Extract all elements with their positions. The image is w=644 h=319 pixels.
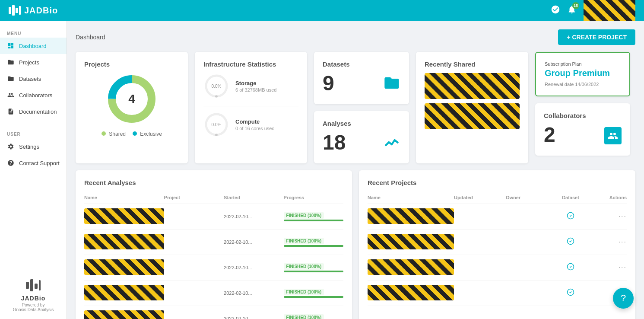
sidebar-item-settings[interactable]: Settings: [0, 138, 67, 155]
documentation-icon: [7, 108, 15, 115]
table-row: ···: [368, 204, 627, 230]
storage-item: 0.0% Storage 6 of 32768MB used: [203, 73, 298, 99]
storage-pct: 0.0%: [212, 84, 222, 89]
proj-col-updated: Updated: [454, 195, 506, 200]
datasets-count: 9: [323, 73, 334, 94]
user-section-label: USER: [0, 128, 67, 138]
recently-shared-title: Recently Shared: [425, 61, 520, 68]
settings-icon: [7, 143, 15, 150]
sidebar-item-contact-support[interactable]: Contact Support: [0, 155, 67, 171]
sidebar-label-datasets: Datasets: [19, 76, 41, 82]
donut-container: 4 Shared Exclusive: [84, 73, 179, 137]
logo: JADBio: [9, 5, 58, 16]
sidebar-item-dashboard[interactable]: Dashboard: [0, 38, 67, 54]
project-actions-menu[interactable]: ···: [592, 264, 627, 271]
analyses-card: Analyses 18: [314, 111, 409, 163]
logo-text: JADBio: [24, 6, 58, 16]
notifications-btn[interactable]: 15: [567, 5, 577, 16]
compute-circle: 0.0%: [203, 112, 229, 137]
project-name-hazard: [368, 234, 454, 249]
sidebar-label-dashboard: Dashboard: [19, 43, 47, 49]
proj-col-actions: Actions: [592, 195, 627, 200]
table-row: 2022-02-10... FINISHED (100%): [84, 204, 343, 230]
topnav-right: 15: [551, 0, 635, 21]
datasets-card-title: Datasets: [323, 61, 400, 68]
sidebar-label-contact-support: Contact Support: [19, 160, 60, 166]
renewal-date: Renewal date 14/06/2022: [545, 82, 621, 87]
project-dataset-check: [549, 288, 592, 298]
project-name-hazard: [368, 208, 454, 224]
analyses-card-title: Analyses: [323, 120, 400, 127]
project-name-hazard: [368, 285, 454, 300]
table-row: ···: [368, 281, 627, 306]
analysis-started: 2022-02-10...: [224, 316, 283, 319]
shared-legend: Shared: [102, 131, 126, 137]
exclusive-legend: Exclusive: [133, 131, 162, 137]
analysis-progress: FINISHED (100%): [284, 314, 343, 319]
table-row: 2022-02-10... FINISHED (100%): [84, 306, 343, 319]
project-dataset-check: [549, 212, 592, 221]
sidebar-item-documentation[interactable]: Documentation: [0, 103, 67, 120]
projects-card: Projects 4 Shared Exclusi: [76, 52, 188, 163]
svg-rect-4: [26, 282, 29, 289]
compute-info: Compute 0 of 16 cores used: [235, 118, 298, 131]
col-started: Started: [224, 195, 283, 200]
collaborators-icon-display: [604, 127, 622, 144]
project-name-hazard: [368, 259, 454, 275]
wizard-icon-btn[interactable]: [551, 5, 560, 16]
sidebar: MENU Dashboard Projects Datasets: [0, 21, 67, 319]
svg-rect-7: [39, 280, 41, 290]
svg-rect-3: [19, 6, 21, 15]
page-header: Dashboard + CREATE PROJECT: [76, 29, 635, 45]
recent-projects-card: Recent Projects Name Updated Owner Datas…: [359, 170, 635, 319]
create-project-button[interactable]: + CREATE PROJECT: [558, 29, 635, 45]
sidebar-item-datasets[interactable]: Datasets: [0, 70, 67, 87]
recent-projects-title: Recent Projects: [368, 179, 627, 186]
breadcrumb: Dashboard: [76, 34, 105, 41]
collaborators-stat-row: 2: [544, 124, 622, 147]
table-row: 2022-02-10... FINISHED (100%): [84, 281, 343, 306]
donut-legend: Shared Exclusive: [102, 131, 162, 137]
sidebar-item-projects[interactable]: Projects: [0, 54, 67, 70]
proj-col-dataset: Dataset: [549, 195, 592, 200]
exclusive-dot: [133, 131, 137, 136]
sidebar-label-projects: Projects: [19, 59, 39, 66]
compute-sublabel: 0 of 16 cores used: [235, 126, 298, 131]
analysis-started: 2022-02-10...: [224, 239, 283, 245]
project-actions-menu[interactable]: ···: [592, 238, 627, 246]
shared-dot: [102, 131, 106, 136]
analysis-started: 2022-02-10...: [224, 265, 283, 270]
compute-pct: 0.0%: [212, 122, 222, 127]
collaborators-icon: [7, 91, 15, 99]
subscription-card: Subscription Plan Group Premium Renewal …: [535, 52, 630, 96]
menu-section-label: MENU: [0, 28, 67, 38]
datasets-icon: [7, 75, 15, 83]
svg-rect-6: [35, 284, 38, 289]
analysis-name-hazard: [84, 234, 164, 249]
table-row: ···: [368, 230, 627, 255]
analyses-table-header: Name Project Started Progress: [84, 191, 343, 204]
table-row: 2022-02-10... FINISHED (100%): [84, 230, 343, 255]
dashboard-icon: [7, 42, 15, 50]
col-project: Project: [164, 195, 224, 200]
analysis-name-hazard: [84, 285, 164, 300]
project-actions-menu[interactable]: ···: [592, 213, 627, 220]
analyses-stat-row: 18: [323, 132, 400, 155]
subscription-title: Subscription Plan: [545, 61, 621, 67]
table-row: 2022-02-10... FINISHED (100%): [84, 255, 343, 281]
sidebar-label-collaborators: Collaborators: [19, 92, 52, 99]
recently-shared-item-2: [425, 103, 520, 129]
stats-column: Datasets 9 Analyses 18: [314, 52, 409, 163]
help-fab-button[interactable]: ?: [613, 288, 634, 309]
table-row: ···: [368, 255, 627, 281]
sidebar-label-settings: Settings: [19, 144, 39, 150]
col-name: Name: [84, 195, 164, 200]
sidebar-item-collaborators[interactable]: Collaborators: [0, 87, 67, 103]
notification-badge: 15: [572, 2, 579, 9]
plan-name: Group Premium: [545, 68, 621, 78]
projects-card-title: Projects: [84, 61, 179, 68]
compute-item: 0.0% Compute 0 of 16 cores used: [203, 112, 298, 137]
donut-center-value: 4: [128, 92, 135, 106]
analyses-count: 18: [323, 132, 346, 153]
topnav: JADBio 15: [0, 0, 644, 21]
